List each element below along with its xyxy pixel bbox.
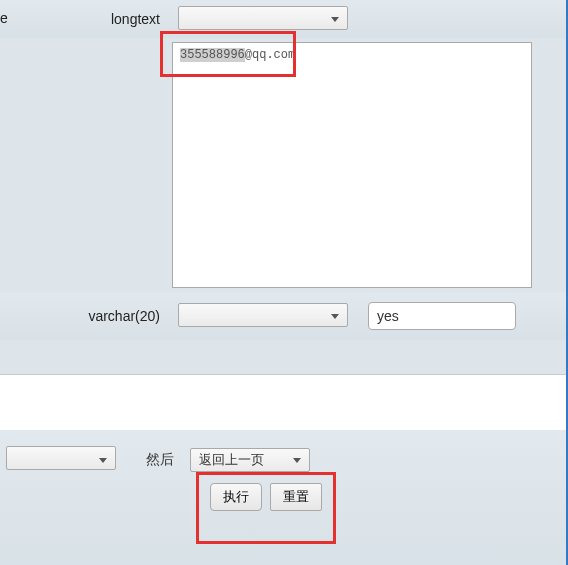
dropdown-varchar-wrap <box>178 303 348 330</box>
greyband <box>0 340 568 374</box>
label-longtext: longtext <box>0 11 178 27</box>
row-longtext-header: longtext <box>0 0 568 38</box>
then-label: 然后 <box>146 451 174 469</box>
dropdown-back-wrap: 返回上一页 <box>190 448 310 472</box>
button-row: 执行 重置 <box>0 483 568 511</box>
row-varchar: varchar(20) <box>0 292 568 340</box>
textarea-wrap: 355588996@qq.com <box>172 42 532 288</box>
reset-button[interactable]: 重置 <box>270 483 322 511</box>
footer: 然后 返回上一页 执行 重置 <box>0 430 568 565</box>
textarea-longtext[interactable] <box>172 42 532 288</box>
dropdown-back[interactable]: 返回上一页 <box>190 448 310 472</box>
label-varchar: varchar(20) <box>0 308 178 324</box>
whitespace <box>0 375 568 430</box>
input-varchar-value[interactable] <box>368 302 516 330</box>
dropdown-small-wrap <box>6 446 116 473</box>
row-longtext-body: 355588996@qq.com <box>0 38 568 292</box>
execute-button[interactable]: 执行 <box>210 483 262 511</box>
truncated-label: e <box>0 10 8 26</box>
dropdown-longtext[interactable] <box>178 6 348 30</box>
dropdown-small[interactable] <box>6 446 116 470</box>
dropdown-varchar[interactable] <box>178 303 348 327</box>
dropdown-longtext-wrap <box>178 6 348 33</box>
footer-row: 然后 返回上一页 <box>0 446 568 473</box>
